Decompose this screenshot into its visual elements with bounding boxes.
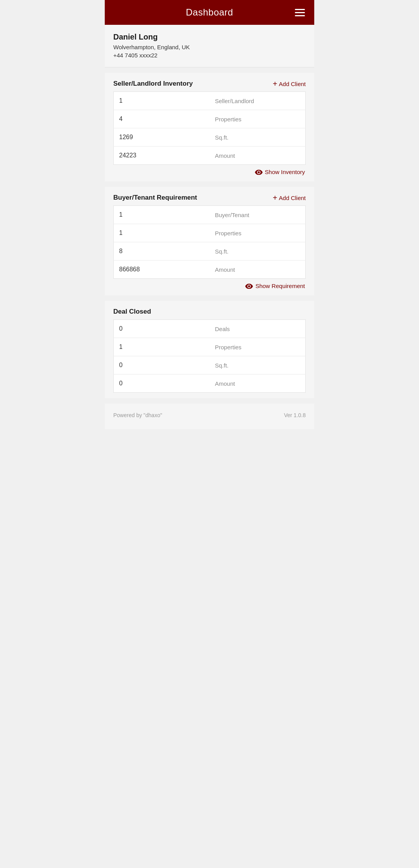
stat-label: Sq.ft. — [210, 128, 306, 147]
stat-value: 0 — [114, 356, 210, 374]
stat-value: 1 — [114, 224, 210, 242]
plus-icon: + — [273, 80, 277, 88]
stat-value: 0 — [114, 320, 210, 338]
table-row: 1Buyer/Tenant — [114, 206, 306, 224]
footer-version: Ver 1.0.8 — [284, 412, 306, 418]
app-footer: Powered by "dhaxo" Ver 1.0.8 — [105, 404, 314, 429]
table-row: 1269Sq.ft. — [114, 128, 306, 147]
menu-button[interactable] — [293, 7, 306, 18]
stat-value: 4 — [114, 110, 210, 128]
page-title: Dashboard — [186, 7, 233, 18]
seller-show-inventory-label: Show Inventory — [265, 169, 305, 175]
hamburger-line-3 — [295, 15, 305, 16]
buyer-show-requirement-label: Show Requirement — [255, 283, 305, 289]
stat-label: Sq.ft. — [210, 242, 306, 261]
deal-section: Deal Closed 0Deals1Properties0Sq.ft.0Amo… — [105, 301, 314, 398]
hamburger-line-1 — [295, 9, 305, 10]
app-header: Dashboard — [105, 0, 314, 25]
stat-label: Buyer/Tenant — [210, 206, 306, 224]
seller-add-client-button[interactable]: + Add Client — [273, 80, 306, 88]
buyer-show-requirement-button[interactable]: Show Requirement — [245, 283, 305, 289]
profile-location: Wolverhampton, England, UK — [113, 44, 306, 50]
stat-value: 866868 — [114, 261, 210, 279]
stat-value: 8 — [114, 242, 210, 261]
stat-label: Amount — [210, 147, 306, 165]
table-row: 4Properties — [114, 110, 306, 128]
table-row: 0Sq.ft. — [114, 356, 306, 374]
eye-icon — [255, 169, 263, 175]
table-row: 8Sq.ft. — [114, 242, 306, 261]
stat-label: Properties — [210, 224, 306, 242]
table-row: 1Properties — [114, 338, 306, 356]
stat-value: 24223 — [114, 147, 210, 165]
seller-section-title: Seller/Landlord Inventory — [113, 80, 193, 88]
eye-icon-buyer — [245, 283, 253, 289]
stat-label: Sq.ft. — [210, 356, 306, 374]
stat-label: Deals — [210, 320, 306, 338]
profile-section: Daniel Long Wolverhampton, England, UK +… — [105, 25, 314, 67]
stat-value: 0 — [114, 374, 210, 393]
profile-name: Daniel Long — [113, 33, 306, 41]
stat-label: Properties — [210, 338, 306, 356]
buyer-add-client-label: Add Client — [279, 195, 306, 201]
stat-value: 1 — [114, 92, 210, 110]
table-row: 0Deals — [114, 320, 306, 338]
seller-section-header: Seller/Landlord Inventory + Add Client — [113, 73, 306, 91]
deal-stats-table: 0Deals1Properties0Sq.ft.0Amount — [113, 319, 306, 393]
buyer-section-header: Buyer/Tenant Requirement + Add Client — [113, 187, 306, 205]
stat-label: Seller/Landlord — [210, 92, 306, 110]
seller-show-link-row: Show Inventory — [113, 165, 306, 176]
seller-stats-table: 1Seller/Landlord4Properties1269Sq.ft.242… — [113, 91, 306, 165]
buyer-stats-table: 1Buyer/Tenant1Properties8Sq.ft.866868Amo… — [113, 205, 306, 279]
stat-value: 1 — [114, 206, 210, 224]
stat-label: Properties — [210, 110, 306, 128]
stat-label: Amount — [210, 374, 306, 393]
stat-value: 1 — [114, 338, 210, 356]
plus-icon-buyer: + — [273, 194, 277, 202]
table-row: 1Seller/Landlord — [114, 92, 306, 110]
table-row: 24223Amount — [114, 147, 306, 165]
table-row: 866868Amount — [114, 261, 306, 279]
stat-value: 1269 — [114, 128, 210, 147]
buyer-section: Buyer/Tenant Requirement + Add Client 1B… — [105, 187, 314, 295]
hamburger-line-2 — [295, 12, 305, 13]
profile-phone: +44 7405 xxxx22 — [113, 52, 306, 59]
table-row: 0Amount — [114, 374, 306, 393]
deal-section-header: Deal Closed — [113, 301, 306, 319]
seller-section: Seller/Landlord Inventory + Add Client 1… — [105, 73, 314, 181]
buyer-show-link-row: Show Requirement — [113, 279, 306, 290]
buyer-add-client-button[interactable]: + Add Client — [273, 194, 306, 202]
footer-powered-by: Powered by "dhaxo" — [113, 412, 162, 418]
buyer-section-title: Buyer/Tenant Requirement — [113, 194, 197, 202]
seller-show-inventory-button[interactable]: Show Inventory — [255, 169, 305, 175]
table-row: 1Properties — [114, 224, 306, 242]
deal-section-title: Deal Closed — [113, 308, 151, 316]
seller-add-client-label: Add Client — [279, 81, 306, 87]
stat-label: Amount — [210, 261, 306, 279]
